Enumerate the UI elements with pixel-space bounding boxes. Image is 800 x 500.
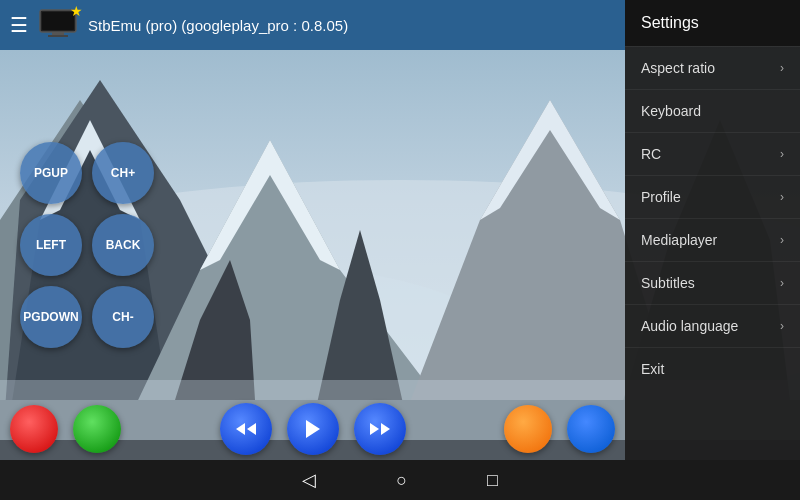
blue-extra-button[interactable]	[567, 405, 615, 453]
svg-marker-21	[236, 423, 245, 435]
pgdown-button[interactable]: PGDOWN	[20, 286, 82, 348]
svg-rect-20	[48, 35, 68, 37]
btn-row-2: LEFT BACK	[20, 214, 180, 276]
orange-button[interactable]	[504, 405, 552, 453]
chevron-right-icon-profile: ›	[780, 190, 784, 204]
star-icon: ★	[70, 3, 83, 19]
btn-row-1: PGUP CH+	[20, 142, 180, 204]
left-button[interactable]: LEFT	[20, 214, 82, 276]
hamburger-icon[interactable]: ☰	[10, 13, 28, 37]
menu-item-mediaplayer-label: Mediaplayer	[641, 232, 717, 248]
rewind-button[interactable]	[220, 403, 272, 455]
svg-rect-19	[52, 32, 64, 35]
top-bar: ☰ ★ StbEmu (pro) (googleplay_pro : 0.8.0…	[0, 0, 625, 50]
menu-item-mediaplayer[interactable]: Mediaplayer ›	[625, 218, 800, 261]
menu-item-profile[interactable]: Profile ›	[625, 175, 800, 218]
menu-item-keyboard-label: Keyboard	[641, 103, 701, 119]
menu-item-subtitles[interactable]: Subtitles ›	[625, 261, 800, 304]
menu-item-rc[interactable]: RC ›	[625, 132, 800, 175]
menu-item-keyboard[interactable]: Keyboard	[625, 89, 800, 132]
back-nav-icon[interactable]: ◁	[302, 469, 316, 491]
recent-nav-icon[interactable]: □	[487, 470, 498, 491]
pgup-button[interactable]: PGUP	[20, 142, 82, 204]
chevron-right-icon-audio: ›	[780, 319, 784, 333]
playback-controls	[0, 403, 625, 455]
forward-button[interactable]	[354, 403, 406, 455]
chminus-button[interactable]: CH-	[92, 286, 154, 348]
green-button[interactable]	[73, 405, 121, 453]
chplus-button[interactable]: CH+	[92, 142, 154, 204]
svg-marker-23	[306, 420, 320, 438]
navigation-bar: ◁ ○ □	[0, 460, 800, 500]
home-nav-icon[interactable]: ○	[396, 470, 407, 491]
svg-marker-22	[247, 423, 256, 435]
svg-marker-25	[381, 423, 390, 435]
right-color-buttons	[504, 405, 615, 453]
chevron-right-icon-subtitles: ›	[780, 276, 784, 290]
chevron-right-icon-mediaplayer: ›	[780, 233, 784, 247]
menu-item-rc-label: RC	[641, 146, 661, 162]
menu-item-audio-language[interactable]: Audio language ›	[625, 304, 800, 347]
main-area: ☰ ★ StbEmu (pro) (googleplay_pro : 0.8.0…	[0, 0, 800, 500]
back-button[interactable]: BACK	[92, 214, 154, 276]
btn-row-3: PGDOWN CH-	[20, 286, 180, 348]
app-title: StbEmu (pro) (googleplay_pro : 0.8.05)	[88, 17, 348, 34]
menu-item-aspect-ratio-label: Aspect ratio	[641, 60, 715, 76]
tv-icon-container: ★	[38, 8, 78, 42]
controls-overlay: PGUP CH+ LEFT BACK PGDOWN CH-	[0, 50, 200, 440]
red-button[interactable]	[10, 405, 58, 453]
left-color-buttons	[10, 405, 121, 453]
menu-header: Settings	[625, 0, 800, 46]
menu-item-subtitles-label: Subtitles	[641, 275, 695, 291]
chevron-right-icon-rc: ›	[780, 147, 784, 161]
menu-item-aspect-ratio[interactable]: Aspect ratio ›	[625, 46, 800, 89]
menu-item-audio-language-label: Audio language	[641, 318, 738, 334]
play-button[interactable]	[287, 403, 339, 455]
chevron-right-icon: ›	[780, 61, 784, 75]
svg-marker-24	[370, 423, 379, 435]
menu-item-exit[interactable]: Exit	[625, 347, 800, 390]
menu-item-profile-label: Profile	[641, 189, 681, 205]
settings-dropdown-menu: Settings Aspect ratio › Keyboard RC › Pr…	[625, 0, 800, 460]
center-playback-buttons	[140, 403, 486, 455]
